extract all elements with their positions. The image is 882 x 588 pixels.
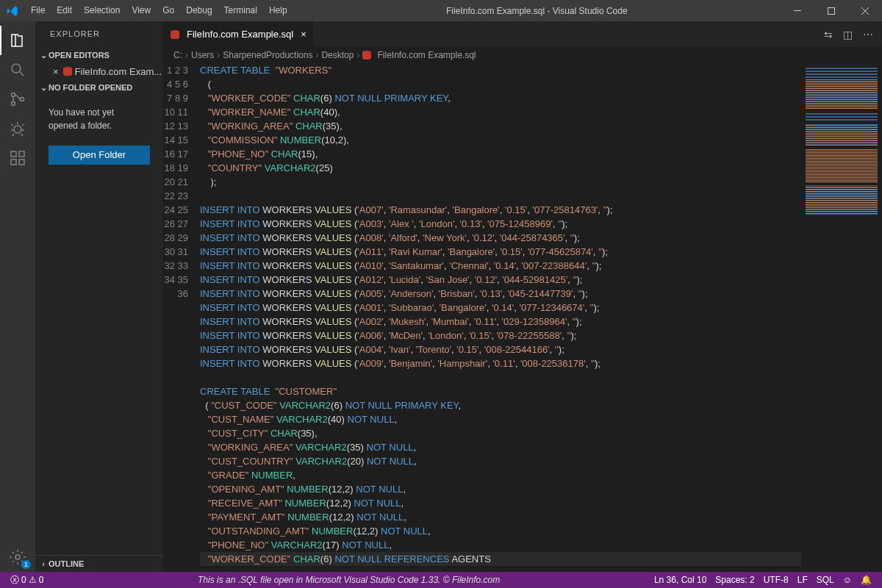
more-icon[interactable]: ⋯ <box>863 29 873 40</box>
editor-tabs: FileInfo.com Example.sql × ⇆ ◫ ⋯ <box>163 21 882 47</box>
code-content[interactable]: CREATE TABLE "WORKERS" ( "WORKER_CODE" C… <box>200 63 801 572</box>
svg-rect-7 <box>11 151 16 157</box>
close-icon[interactable]: × <box>53 66 59 77</box>
notifications-icon[interactable]: 🔔 <box>856 575 876 585</box>
sidebar-title: EXPLORER <box>35 21 163 47</box>
breadcrumb-segment[interactable]: Desktop <box>321 50 354 60</box>
indentation-status[interactable]: Spaces: 2 <box>711 575 759 585</box>
menu-view[interactable]: View <box>126 0 157 21</box>
svg-rect-9 <box>19 159 24 165</box>
source-control-icon[interactable] <box>0 85 35 114</box>
sidebar: EXPLORER ⌄OPEN EDITORS ×FileInfo.com Exa… <box>35 21 163 572</box>
editor-area: FileInfo.com Example.sql × ⇆ ◫ ⋯ C:›User… <box>163 21 882 572</box>
window-title: FileInfo.com Example.sql - Visual Studio… <box>293 6 781 16</box>
compare-icon[interactable]: ⇆ <box>824 29 833 40</box>
warning-icon: ⚠ <box>29 575 37 585</box>
extensions-icon[interactable] <box>0 143 35 173</box>
open-editor-item[interactable]: ×FileInfo.com Exam... <box>35 63 163 79</box>
svg-point-11 <box>15 555 20 559</box>
eol-status[interactable]: LF <box>793 575 812 585</box>
vscode-logo-icon <box>0 5 25 17</box>
minimap[interactable] <box>801 63 882 572</box>
menu-go[interactable]: Go <box>157 0 180 21</box>
svg-point-6 <box>14 126 21 133</box>
breadcrumb-segment[interactable]: C: <box>173 50 182 60</box>
menu-terminal[interactable]: Terminal <box>218 0 263 21</box>
svg-point-3 <box>12 93 15 97</box>
search-icon[interactable] <box>0 55 35 85</box>
svg-rect-10 <box>19 151 24 157</box>
menu-selection[interactable]: Selection <box>78 0 126 21</box>
status-caption: This is an .SQL file open in Microsoft V… <box>193 575 504 585</box>
settings-icon[interactable]: 1 <box>0 542 35 572</box>
minimize-button[interactable] <box>781 0 814 21</box>
window-controls <box>781 0 882 21</box>
svg-point-5 <box>21 98 24 101</box>
titlebar: FileEditSelectionViewGoDebugTerminalHelp… <box>0 0 882 21</box>
breadcrumb-segment[interactable]: FileInfo.com Example.sql <box>377 50 476 60</box>
menu-debug[interactable]: Debug <box>180 0 218 21</box>
menubar: FileEditSelectionViewGoDebugTerminalHelp <box>25 0 293 21</box>
open-folder-button[interactable]: Open Folder <box>49 146 150 165</box>
line-numbers: 1 2 3 4 5 6 7 8 9 10 11 12 13 14 15 16 1… <box>163 63 200 572</box>
language-status[interactable]: SQL <box>812 575 839 585</box>
encoding-status[interactable]: UTF-8 <box>759 575 793 585</box>
open-editors-header[interactable]: ⌄OPEN EDITORS <box>35 47 163 63</box>
chevron-down-icon: ⌄ <box>38 83 49 93</box>
sql-file-icon <box>63 67 72 76</box>
svg-point-2 <box>12 64 21 73</box>
close-icon[interactable]: × <box>301 29 306 40</box>
svg-point-4 <box>12 102 15 106</box>
activity-bar: 1 <box>0 21 35 572</box>
svg-rect-0 <box>794 10 801 11</box>
status-bar: ⓧ0⚠0 This is an .SQL file open in Micros… <box>0 572 882 588</box>
menu-help[interactable]: Help <box>263 0 293 21</box>
cursor-position[interactable]: Ln 36, Col 10 <box>650 575 711 585</box>
outline-header[interactable]: ›OUTLINE <box>35 556 163 572</box>
svg-rect-8 <box>11 159 16 165</box>
explorer-icon[interactable] <box>0 26 35 55</box>
sql-file-icon <box>171 30 179 39</box>
chevron-right-icon: › <box>38 559 49 568</box>
file-tab[interactable]: FileInfo.com Example.sql × <box>163 21 314 47</box>
no-folder-header[interactable]: ⌄NO FOLDER OPENED <box>35 79 163 96</box>
breadcrumb-segment[interactable]: SharpenedProductions <box>223 50 312 60</box>
error-icon: ⓧ <box>10 574 19 587</box>
close-button[interactable] <box>848 0 882 21</box>
maximize-button[interactable] <box>814 0 848 21</box>
problems-status[interactable]: ⓧ0⚠0 <box>6 574 48 587</box>
split-editor-icon[interactable]: ◫ <box>843 29 853 40</box>
code-editor[interactable]: 1 2 3 4 5 6 7 8 9 10 11 12 13 14 15 16 1… <box>163 63 882 572</box>
breadcrumb-segment[interactable]: Users <box>191 50 214 60</box>
debug-icon[interactable] <box>0 114 35 143</box>
chevron-down-icon: ⌄ <box>38 51 49 60</box>
menu-edit[interactable]: Edit <box>51 0 78 21</box>
no-folder-message: You have not yetopened a folder. <box>35 96 163 143</box>
sql-file-icon <box>362 51 371 60</box>
breadcrumb[interactable]: C:›Users›SharpenedProductions›Desktop›Fi… <box>163 47 882 63</box>
svg-rect-1 <box>828 7 835 14</box>
menu-file[interactable]: File <box>25 0 51 21</box>
feedback-icon[interactable]: ☺ <box>839 575 856 585</box>
